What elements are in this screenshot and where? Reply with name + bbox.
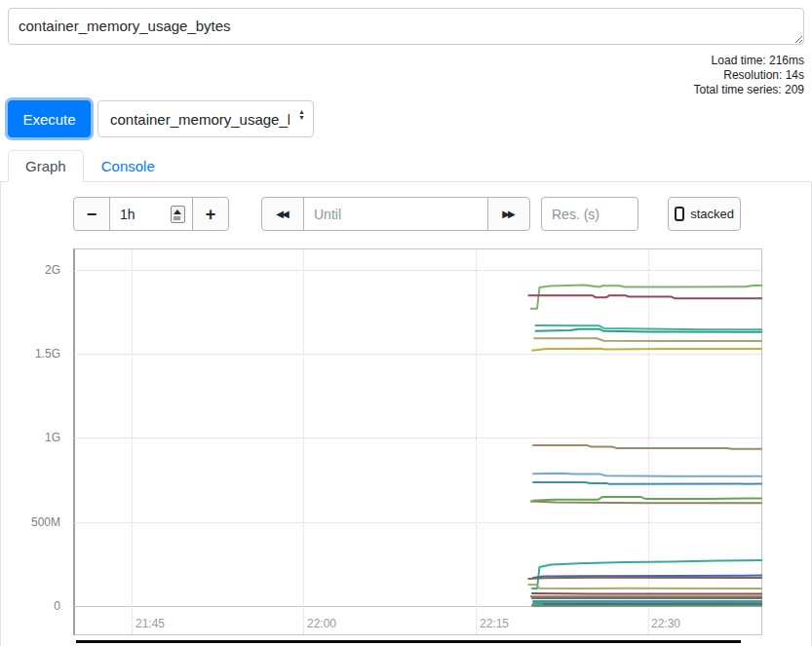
checkbox-icon <box>675 207 684 221</box>
range-control-group: − + <box>73 197 229 231</box>
series-teal-1 <box>535 325 762 329</box>
series-olive-2 <box>528 585 762 589</box>
fast-forward-icon: ▶▶ <box>502 209 515 219</box>
metric-select[interactable]: container_memory_usage_bytes ▲▼ <box>97 100 314 137</box>
prometheus-expression-panel: container_memory_usage_bytes Load time: … <box>0 0 812 646</box>
tab-console[interactable]: Console <box>84 150 173 181</box>
total-time-series: Total time series: 209 <box>694 83 804 97</box>
series-olive-1 <box>534 338 763 341</box>
series-brown-2 <box>528 578 762 579</box>
time-forward-button[interactable]: ▶▶ <box>487 197 530 231</box>
resolution-input[interactable] <box>541 197 638 231</box>
query-input[interactable]: container_memory_usage_bytes <box>8 8 804 45</box>
series-khaki-2 <box>530 502 762 504</box>
series-green-2 <box>532 497 762 501</box>
series-tan <box>532 445 762 449</box>
chart-area: 2G 1.5G 1G 500M 0 21:45 22:00 22:15 22:3… <box>0 0 812 646</box>
metric-select-value: container_memory_usage_bytes <box>110 111 290 128</box>
tab-graph[interactable]: Graph <box>8 150 84 182</box>
range-increase-button[interactable]: + <box>192 197 229 231</box>
series-seafoam <box>531 560 762 589</box>
rewind-icon: ◀◀ <box>276 209 289 219</box>
until-control-group: ◀◀ ▶▶ <box>261 197 530 231</box>
load-time: Load time: 216ms <box>694 54 804 68</box>
until-input[interactable] <box>303 197 488 231</box>
plus-icon: + <box>206 206 216 223</box>
spinner-icon <box>171 206 185 223</box>
time-back-button[interactable]: ◀◀ <box>261 197 304 231</box>
series-gold <box>531 349 762 351</box>
query-stats: Load time: 216ms Resolution: 14s Total t… <box>694 54 804 97</box>
stacked-toggle-button[interactable]: stacked <box>668 197 741 231</box>
select-updown-icon: ▲▼ <box>298 109 305 121</box>
series-maroon-1 <box>528 295 762 298</box>
tab-bar: Graph Console <box>0 150 812 182</box>
series-steelteal <box>532 482 762 484</box>
series-lightblue <box>532 474 762 476</box>
stacked-label: stacked <box>690 207 734 221</box>
range-decrease-button[interactable]: − <box>73 197 110 231</box>
resolution: Resolution: 14s <box>694 68 804 83</box>
execute-button[interactable]: Execute <box>8 100 91 137</box>
minus-icon: − <box>87 206 97 223</box>
series-maroon-2 <box>531 593 762 594</box>
chart-series-canvas[interactable] <box>73 248 762 635</box>
